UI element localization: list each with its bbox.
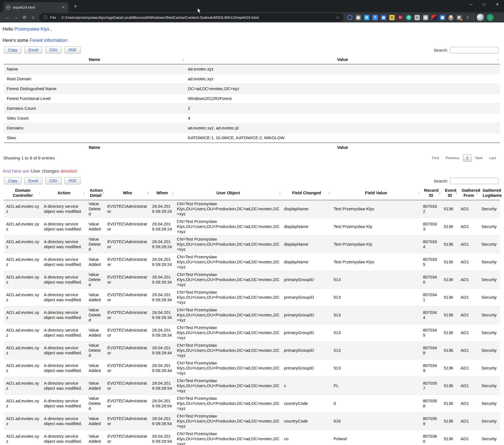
minimize-button[interactable]: ─: [464, 0, 478, 8]
ublock-extension-icon[interactable]: U: [398, 15, 403, 20]
table-search: Search:: [434, 47, 498, 53]
maximize-button[interactable]: □: [478, 0, 491, 8]
table-cell: Name: [4, 64, 185, 74]
column-header[interactable]: Who▲▼: [105, 187, 150, 200]
column-header[interactable]: Event ID▲▼: [441, 187, 458, 200]
table-row: AD1.ad.evotec.xyzA directory service obj…: [4, 289, 500, 306]
table-cell: AD1.ad.evotec.xyz: [4, 377, 42, 395]
table-row: AD1.ad.evotec.xyzA directory service obj…: [4, 342, 500, 359]
bookmark-star-icon[interactable]: ☆: [336, 15, 340, 20]
csv-button[interactable]: CSV: [45, 46, 62, 54]
table-search: Search:: [434, 178, 498, 184]
excel-button[interactable]: Excel: [24, 177, 42, 184]
column-header[interactable]: Gathered LogName▲▼: [479, 187, 500, 200]
table-cell: A directory service object was modified.: [42, 430, 86, 445]
url-text: C:/Users/przemyslaw.klys/AppData/Local/M…: [61, 15, 333, 20]
devtools-extension-icon[interactable]: ◩: [457, 15, 462, 20]
notification-dot: [461, 19, 462, 21]
forward-button[interactable]: →: [11, 15, 20, 20]
column-header[interactable]: Name▲▼: [4, 56, 185, 64]
csv-button[interactable]: CSV: [45, 177, 62, 184]
windows-extension-icon[interactable]: ⊞: [364, 15, 369, 20]
pagination-previous-button[interactable]: Previous: [443, 155, 462, 161]
table-cell: primaryGroupID: [282, 342, 332, 359]
column-header[interactable]: Record ID▲▼: [421, 187, 441, 200]
close-button[interactable]: ✕: [491, 0, 504, 8]
table-cell: EVOTEC\Administrator: [105, 359, 150, 377]
table-row: AD1.ad.evotec.xyzA directory service obj…: [4, 200, 500, 218]
table-cell: 8070359: [421, 412, 441, 430]
new-tab-button[interactable]: +: [73, 3, 77, 10]
column-header[interactable]: Value▲▼: [185, 56, 500, 64]
intro2-part1: And here are: [3, 168, 31, 174]
forest-information-link[interactable]: Forest information:: [30, 38, 68, 43]
column-header[interactable]: Field Changed▲▼: [282, 187, 332, 200]
pdf-button[interactable]: PDF: [65, 177, 81, 184]
copy-pages-extension-icon[interactable]: ⧉: [389, 15, 395, 20]
table-cell: 5136: [441, 218, 458, 236]
table-cell: A directory service object was modified.: [42, 395, 86, 412]
copy-button[interactable]: Copy: [4, 177, 22, 184]
header-row: Domain Controller▲▼Action▲▼Action Detail…: [4, 187, 500, 200]
table-cell: Domains: [4, 123, 185, 133]
column-header[interactable]: Action▲▼: [42, 187, 86, 200]
column-header[interactable]: Field Value▲▼: [332, 187, 421, 200]
profile-avatar[interactable]: [477, 14, 484, 21]
table-cell: Value Added: [86, 430, 105, 445]
page-info-icon[interactable]: ⓘ: [43, 15, 47, 20]
reload-button[interactable]: ⟳: [20, 15, 29, 20]
table-cell: 513: [332, 306, 421, 324]
browser-window-extension-icon[interactable]: ▦: [440, 15, 445, 20]
tab-title: tmp4424.html: [13, 5, 58, 10]
column-header[interactable]: When▲▼: [150, 187, 174, 200]
column-header[interactable]: Gathered From▲▼: [458, 187, 479, 200]
table-cell: Security: [479, 200, 500, 218]
table-cell: AD1.ad.evotec.xyz: [4, 342, 42, 359]
pagination-next-button[interactable]: Next: [472, 155, 486, 161]
home-button[interactable]: ⌂: [29, 15, 38, 20]
table-cell: 28.04.2019 09:28:34: [150, 306, 174, 324]
browser-update-icon[interactable]: ↑: [487, 14, 494, 21]
avatar-extension-icon[interactable]: [448, 15, 454, 20]
search-input[interactable]: [450, 178, 498, 184]
table-cell: Security: [479, 377, 500, 395]
onepassword-extension-icon[interactable]: [347, 15, 353, 20]
browser-tab[interactable]: tmp4424.html ✕: [3, 2, 68, 12]
clipboard-extension-icon[interactable]: ▥: [423, 15, 428, 20]
column-header[interactable]: Action Detail▲▼: [86, 187, 105, 200]
document-extension-icon[interactable]: ▤: [381, 15, 386, 20]
address-bar[interactable]: ⓘ File C:/Users/przemyslaw.klys/AppData/…: [39, 13, 344, 22]
adobe-extension-icon[interactable]: [431, 15, 437, 20]
table-cell: 8070333: [421, 218, 441, 236]
column-header[interactable]: Domain Controller▲▼: [4, 187, 42, 200]
camera-extension-icon[interactable]: ▣: [356, 15, 361, 20]
lightning-extension-icon[interactable]: ↯: [465, 15, 470, 20]
table-cell: AD1: [458, 359, 479, 377]
table-cell: CN=Test Przemyslaw Klys,OU=Users,OU=Prod…: [175, 359, 282, 377]
back-button[interactable]: ←: [3, 15, 11, 20]
table-row: Forest Functional LevelWindows2012R2Fore…: [4, 94, 500, 104]
pagination-1-button[interactable]: 1: [463, 154, 472, 162]
table-cell: 0: [332, 395, 421, 412]
grammarly-extension-icon[interactable]: G: [406, 15, 411, 20]
table-cell: EVOTEC\Administrator: [105, 253, 150, 271]
table-cell: AD1: [458, 306, 479, 324]
table-cell: AD1: [458, 412, 479, 430]
pin-extension-icon[interactable]: ➤: [415, 15, 420, 20]
tab-close-icon[interactable]: ✕: [61, 5, 66, 10]
table-row: AD1.ad.evotec.xyzA directory service obj…: [4, 412, 500, 430]
excel-button[interactable]: Excel: [24, 46, 42, 54]
user-name-link[interactable]: Przemyslaw Klys: [14, 26, 49, 31]
table-info: Showing 1 to 8 of 8 entries: [3, 156, 55, 161]
translate-extension-icon[interactable]: T: [372, 15, 378, 20]
column-header[interactable]: User Object▲▼: [175, 187, 282, 200]
pagination-first-button[interactable]: First: [429, 155, 442, 161]
copy-button[interactable]: Copy: [4, 46, 22, 54]
pagination-last-button[interactable]: Last: [486, 155, 499, 161]
search-input[interactable]: [450, 47, 498, 53]
table-row: AD1.ad.evotec.xyzA directory service obj…: [4, 395, 500, 412]
pdf-button[interactable]: PDF: [65, 46, 81, 54]
table-row: Domains Count2: [4, 104, 500, 113]
table-cell: CN=Test Przemyslaw Klys,OU=Users,OU=Prod…: [175, 377, 282, 395]
table-cell: 28.04.2019 09:28:24: [150, 200, 174, 218]
